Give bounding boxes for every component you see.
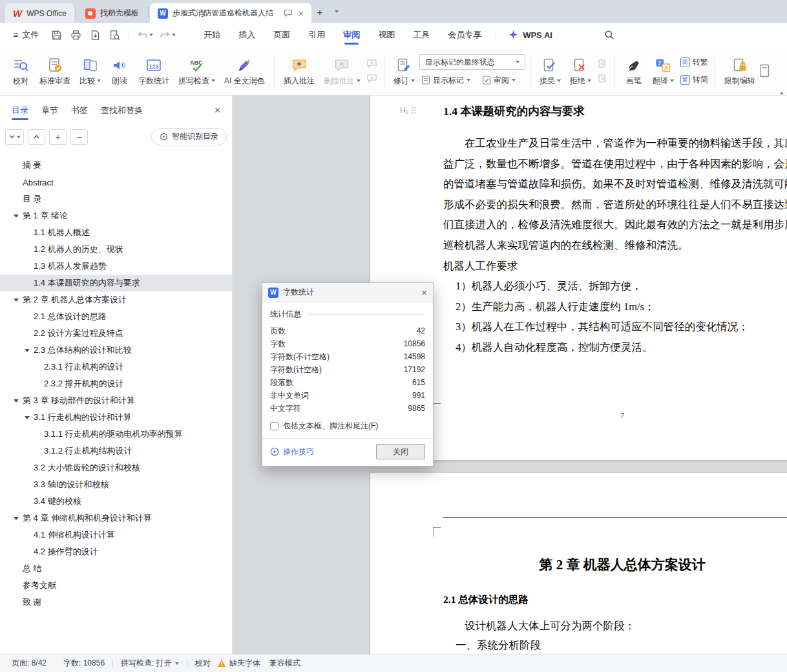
- toc-item[interactable]: 参考文献: [0, 577, 232, 594]
- expand-arrow-icon[interactable]: [25, 416, 30, 419]
- tab-list-caret[interactable]: [328, 3, 345, 20]
- document-text-line[interactable]: 2）生产能力高，机器人行走速度约 1m/s；: [443, 297, 787, 317]
- toc-item[interactable]: 第 1 章 绪论: [0, 207, 232, 224]
- toc-item[interactable]: 摘 要: [0, 157, 232, 174]
- document-text-line[interactable]: 形成不必要的损失和浪费。然而，管道所处的环境往往是人们不易直接达到或: [443, 194, 787, 215]
- document-text-line[interactable]: 机器人工作要求: [443, 256, 787, 277]
- document-text-line[interactable]: 巡检机器人来实现管道内的在线检测、维修和清洗。: [443, 235, 787, 256]
- proofread-indicator[interactable]: 校对: [195, 658, 211, 669]
- markup-state-select[interactable]: 显示标记的最终状态: [419, 54, 525, 70]
- toc-collapse-all-button[interactable]: [5, 129, 24, 145]
- menu-item[interactable]: 插入: [229, 23, 264, 47]
- document-body-text[interactable]: 设计机器人大体上可分为两个阶段：一、系统分析阶段: [443, 616, 635, 654]
- document-text-line[interactable]: 3）机器人在工作过程中，其结构可适应不同管径的变化情况；: [443, 317, 787, 337]
- toc-item[interactable]: 3.3 轴Ⅰ的设计和校核: [0, 476, 232, 493]
- missing-font-warning[interactable]: 缺失字体: [217, 658, 260, 669]
- section-heading[interactable]: 1.4 本课题研究的内容与要求: [443, 103, 585, 119]
- toc-item[interactable]: 2.1 总体设计的思路: [0, 308, 232, 325]
- document-text-line[interactable]: 益广泛，数量也不断增多。管道在使用过程中，由于各种因素的影响，会形: [443, 154, 787, 174]
- menu-item[interactable]: 引用: [299, 23, 334, 47]
- expand-arrow-icon[interactable]: [14, 299, 19, 302]
- expand-arrow-icon[interactable]: [14, 215, 19, 218]
- toc-item[interactable]: 2.3 总体结构的设计和比较: [0, 342, 232, 359]
- proofread-button[interactable]: 校对: [6, 50, 35, 92]
- toc-shrink-button[interactable]: −: [70, 129, 88, 145]
- print-icon[interactable]: [67, 26, 84, 43]
- toc-item[interactable]: 4.1 伸缩机构设计计算: [0, 527, 232, 543]
- next-comment-icon[interactable]: [366, 73, 378, 83]
- document-text-line[interactable]: 设计机器人大体上可分为两个阶段：: [443, 616, 635, 636]
- undo-caret-icon[interactable]: [149, 34, 153, 36]
- toc-item[interactable]: 1.4 本课题研究的内容与要求: [0, 275, 232, 291]
- compare-button[interactable]: 比较: [75, 50, 105, 92]
- menu-item[interactable]: 视图: [369, 23, 404, 47]
- file-menu-button[interactable]: ≡ 文件: [6, 29, 45, 41]
- tab-close-icon[interactable]: ×: [299, 8, 304, 19]
- delete-comment-button[interactable]: 删除批注: [319, 50, 365, 92]
- toc-item[interactable]: 第 3 章 移动部件的设计和计算: [0, 392, 232, 409]
- tab-docer-template[interactable]: 找稻壳模板: [78, 3, 147, 23]
- toc-item[interactable]: 第 2 章 机器人总体方案设计: [0, 291, 232, 308]
- document-text-line[interactable]: 在工农业生产及日常生活中，管道作为一种重要的物料输送手段，其应: [443, 133, 787, 154]
- toc-item[interactable]: 4.2 操作臂的设计: [0, 543, 232, 560]
- tab-wps-office[interactable]: W WPS Office: [5, 3, 74, 23]
- standard-review-button[interactable]: 标准审查: [35, 50, 75, 92]
- toc-item[interactable]: 3.1.2 行走机构结构设计: [0, 443, 232, 459]
- checkbox-icon[interactable]: [270, 422, 278, 430]
- search-icon[interactable]: [600, 26, 618, 44]
- toc-item[interactable]: 2.2 设计方案过程及特点: [0, 325, 232, 342]
- toc-item[interactable]: 总 结: [0, 560, 232, 577]
- new-tab-button[interactable]: +: [311, 3, 328, 20]
- toc-item[interactable]: 1.3 机器人发展趋势: [0, 258, 232, 275]
- spell-check-button[interactable]: ABC 拼写检查: [174, 50, 220, 92]
- dialog-title-bar[interactable]: W 字数统计 ×: [262, 283, 433, 302]
- menu-item[interactable]: 审阅: [334, 23, 369, 47]
- reject-change-button[interactable]: 拒绝: [565, 50, 596, 92]
- heading-level-marker[interactable]: H₂: [400, 106, 416, 115]
- page-indicator[interactable]: 页面: 8/42: [12, 658, 47, 669]
- restrict-editing-button[interactable]: 限制编辑: [720, 50, 760, 92]
- redo-button[interactable]: [158, 30, 178, 41]
- toc-item[interactable]: 3.1 行走机构的设计和计算: [0, 409, 232, 426]
- chapter-heading[interactable]: 第 2 章 机器人总体方案设计: [443, 556, 787, 574]
- toc-item[interactable]: 3.2 大小锥齿轮的设计和校核: [0, 459, 232, 476]
- toc-item[interactable]: 1.1 机器人概述: [0, 224, 232, 241]
- document-text-line[interactable]: 们直接进入的，检修及清洗难度很大。因此最有效的方法之一就是利用步履式: [443, 215, 787, 235]
- menu-item[interactable]: 开始: [194, 23, 229, 47]
- sidebar-tab[interactable]: 章节: [41, 96, 58, 125]
- document-body-text[interactable]: 在工农业生产及日常生活中，管道作为一种重要的物料输送手段，其应益广泛，数量也不断…: [443, 133, 787, 358]
- tab-message-icon[interactable]: [284, 9, 293, 17]
- ai-polish-button[interactable]: AI 全文润色: [220, 50, 269, 92]
- toc-item[interactable]: Abstract: [0, 174, 232, 191]
- insert-comment-button[interactable]: 插入批注: [279, 50, 319, 92]
- previous-comment-icon[interactable]: [366, 58, 378, 68]
- undo-button[interactable]: [135, 30, 155, 41]
- toc-item[interactable]: 目 录: [0, 191, 232, 207]
- translate-button[interactable]: 文A 翻译: [648, 50, 678, 92]
- track-changes-button[interactable]: 修订: [389, 50, 419, 92]
- sidebar-close-icon[interactable]: ×: [215, 105, 220, 116]
- document-text-line[interactable]: 一、系统分析阶段: [443, 636, 635, 654]
- export-pdf-icon[interactable]: [87, 26, 103, 43]
- sidebar-tab[interactable]: 书签: [71, 96, 88, 125]
- dialog-close-icon[interactable]: ×: [421, 287, 427, 298]
- read-aloud-button[interactable]: 朗读: [105, 50, 134, 92]
- tips-link[interactable]: 操作技巧: [270, 446, 314, 457]
- include-textboxes-checkbox[interactable]: 包括文本框、脚注和尾注(F): [270, 421, 425, 432]
- document-text-line[interactable]: 的管道堵塞与管道故障和损伤。如果不及时对管道检测、维修及清洗就可能会: [443, 174, 787, 194]
- toc-item[interactable]: 致 谢: [0, 594, 232, 611]
- toc-scroll-up-button[interactable]: [28, 129, 45, 145]
- accept-change-button[interactable]: 接受: [535, 50, 565, 92]
- word-count-indicator[interactable]: 字数: 10856: [63, 658, 105, 669]
- to-traditional-button[interactable]: 简 转繁: [678, 55, 710, 69]
- document-page-8[interactable]: 第 2 章 机器人总体方案设计 2.1 总体设计的思路 设计机器人大体上可分为两…: [370, 473, 787, 654]
- section-subheading[interactable]: 2.1 总体设计的思路: [443, 593, 529, 607]
- word-count-button[interactable]: 123 字数统计: [134, 50, 174, 92]
- expand-arrow-icon[interactable]: [14, 399, 19, 403]
- print-preview-icon[interactable]: [106, 26, 123, 43]
- ribbon-overflow-button[interactable]: [760, 50, 771, 92]
- menu-item[interactable]: 页面: [264, 23, 299, 47]
- redo-caret-icon[interactable]: [172, 34, 176, 36]
- smart-identify-toc-button[interactable]: 智能识别目录: [151, 128, 227, 145]
- show-markup-button[interactable]: 显示标记: [419, 73, 472, 87]
